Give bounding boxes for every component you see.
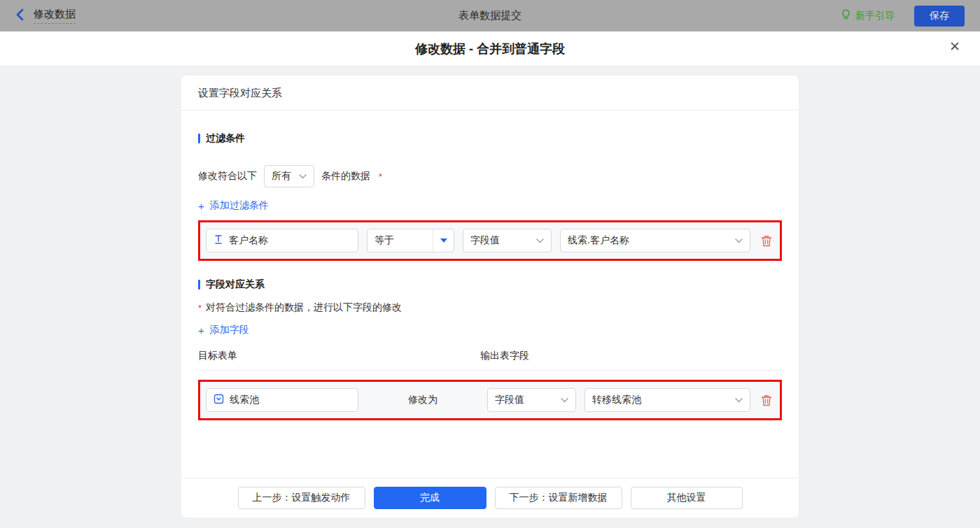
settings-card: 设置字段对应关系 过滤条件 修改符合以下 所有 条件的数据 * +	[181, 76, 799, 518]
back-chevron-icon	[15, 8, 24, 23]
required-mark: *	[379, 171, 382, 182]
target-field-input[interactable]: 线索池	[206, 388, 358, 412]
filter-section-label: 过滤条件	[206, 132, 245, 145]
chevron-down-icon	[735, 398, 743, 403]
mapping-description: 对符合过滤条件的数据，进行以下字段的修改	[206, 301, 402, 314]
value-type-select[interactable]: 字段值	[463, 229, 552, 252]
plus-icon: +	[198, 325, 204, 336]
section-accent-bar	[198, 280, 200, 290]
mapping-section-label: 字段对应关系	[206, 278, 265, 291]
previous-step-button[interactable]: 上一步：设置触发动作	[238, 487, 365, 509]
column-header-target-form: 目标表单	[198, 350, 480, 362]
match-suffix-text: 条件的数据	[321, 170, 370, 183]
operator-value: 等于	[374, 234, 427, 247]
output-field-select[interactable]: 转移线索池	[584, 388, 750, 412]
delete-condition-button[interactable]	[759, 235, 774, 247]
next-step-button[interactable]: 下一步：设置新增数据	[495, 487, 622, 509]
output-field-value: 转移线索池	[592, 394, 729, 406]
lightbulb-icon	[841, 9, 851, 22]
top-bar: 修改数据 表单数据提交 新手引导 保存	[0, 0, 980, 31]
match-condition-row: 修改符合以下 所有 条件的数据 *	[198, 165, 782, 187]
chevron-down-icon	[536, 238, 544, 243]
add-field-label: 添加字段	[210, 324, 249, 336]
card-section-title: 设置字段对应关系	[181, 76, 799, 110]
chevron-down-icon	[561, 398, 568, 403]
select-field-icon	[214, 394, 224, 406]
done-button[interactable]: 完成	[374, 487, 486, 509]
match-prefix-text: 修改符合以下	[198, 170, 257, 183]
page-title: 表单数据提交	[0, 9, 980, 22]
required-mark: *	[198, 303, 202, 313]
match-mode-value: 所有	[272, 170, 293, 183]
add-filter-condition-label: 添加过滤条件	[210, 199, 269, 212]
target-field-value: 线索池	[230, 394, 351, 406]
modal-header: 修改数据 - 合并到普通字段 ✕	[0, 31, 980, 66]
modify-to-label: 修改为	[367, 394, 479, 406]
trash-icon	[761, 394, 772, 406]
mapping-value-type-select[interactable]: 字段值	[487, 388, 576, 412]
card-footer: 上一步：设置触发动作 完成 下一步：设置新增数据 其他设置	[181, 478, 799, 518]
column-header-output-field: 输出表字段	[480, 350, 529, 362]
mapping-section-title: 字段对应关系	[198, 278, 782, 291]
section-accent-bar	[198, 134, 200, 143]
other-settings-button[interactable]: 其他设置	[631, 487, 743, 509]
add-field-link[interactable]: + 添加字段	[198, 324, 249, 336]
operator-select[interactable]: 等于	[367, 229, 454, 252]
workflow-name[interactable]: 修改数据	[34, 8, 76, 24]
chevron-down-icon	[735, 238, 743, 243]
add-filter-condition-link[interactable]: + 添加过滤条件	[198, 199, 269, 212]
trash-icon	[761, 235, 772, 247]
beginner-guide-link[interactable]: 新手引导	[841, 9, 895, 22]
highlighted-filter-row: 客户名称 等于 字段值 线索.客户名称	[198, 220, 782, 261]
back-button[interactable]	[15, 8, 24, 23]
value-source-value: 线索.客户名称	[568, 234, 729, 247]
mapping-table-headers: 目标表单 输出表字段	[198, 350, 782, 371]
highlighted-mapping-row: 线索池 修改为 字段值 转移线索池	[198, 380, 782, 420]
close-icon[interactable]: ✕	[949, 40, 960, 53]
mapping-description-row: * 对符合过滤条件的数据，进行以下字段的修改	[198, 301, 782, 314]
value-source-select[interactable]: 线索.客户名称	[560, 229, 750, 252]
text-field-icon	[214, 234, 223, 247]
filter-section-title: 过滤条件	[198, 132, 782, 145]
beginner-guide-label: 新手引导	[855, 10, 895, 22]
match-mode-select[interactable]: 所有	[264, 165, 314, 187]
delete-mapping-button[interactable]	[759, 394, 774, 406]
modal-title: 修改数据 - 合并到普通字段	[415, 41, 565, 57]
mapping-value-type-value: 字段值	[495, 394, 555, 406]
operator-caret-segment[interactable]	[433, 229, 454, 252]
chevron-down-icon	[299, 174, 307, 179]
filter-field-value: 客户名称	[229, 234, 351, 247]
plus-icon: +	[198, 201, 204, 211]
filter-field-input[interactable]: 客户名称	[206, 229, 358, 252]
save-button[interactable]: 保存	[914, 6, 965, 27]
caret-down-icon	[440, 238, 447, 243]
modal-content-area: 设置字段对应关系 过滤条件 修改符合以下 所有 条件的数据 * +	[0, 66, 980, 528]
value-type-value: 字段值	[470, 234, 531, 247]
